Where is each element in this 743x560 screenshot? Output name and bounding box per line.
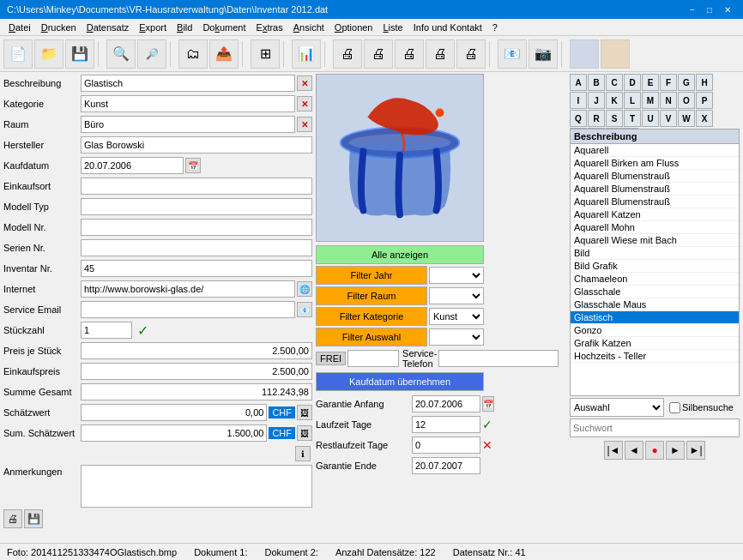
- kategorie-clear[interactable]: ✕: [297, 96, 312, 111]
- list-item[interactable]: Aquarell Birken am Fluss: [571, 157, 739, 170]
- preis-input[interactable]: [81, 342, 312, 359]
- inventar-nr-input[interactable]: [81, 260, 312, 277]
- menu-extras[interactable]: Extras: [251, 21, 288, 34]
- toolbar-folder[interactable]: 🗂: [178, 39, 208, 69]
- list-item[interactable]: Bild: [571, 247, 739, 260]
- menu-help[interactable]: ?: [487, 21, 503, 34]
- letter-O[interactable]: O: [678, 92, 695, 109]
- menu-drucken[interactable]: Drucken: [36, 21, 82, 34]
- modell-nr-input[interactable]: [81, 219, 312, 236]
- nav-next-btn[interactable]: ►: [666, 441, 685, 460]
- sum-schaetz-input[interactable]: [81, 425, 267, 442]
- beschreibung-clear[interactable]: ✕: [297, 75, 312, 91]
- letter-S[interactable]: S: [606, 110, 623, 127]
- menu-optionen[interactable]: Optionen: [329, 21, 378, 34]
- serien-nr-input[interactable]: [81, 239, 312, 256]
- einkaufsort-input[interactable]: [81, 178, 312, 195]
- close-button[interactable]: ✕: [719, 3, 736, 16]
- toolbar-sq1[interactable]: [570, 39, 599, 69]
- letter-B[interactable]: B: [588, 74, 605, 91]
- kaufdatum-uebernehmen-btn[interactable]: Kaufdatum übernehmen: [316, 372, 484, 391]
- filter-raum-btn[interactable]: Filter Raum: [316, 286, 427, 305]
- anmerkungen-input[interactable]: [81, 465, 312, 508]
- toolbar-grid[interactable]: ⊞: [251, 39, 280, 69]
- restlaufzeit-input[interactable]: [412, 437, 480, 454]
- filter-auswahl-select[interactable]: [429, 328, 484, 346]
- save-icon-btn[interactable]: 💾: [24, 509, 43, 528]
- toolbar-search2[interactable]: 🔎: [137, 39, 166, 69]
- list-item[interactable]: Aquarell Blumenstrauß: [571, 196, 739, 208]
- menu-info[interactable]: Info und Kontakt: [408, 21, 487, 34]
- filter-auswahl-btn[interactable]: Filter Auswahl: [316, 328, 427, 346]
- letter-T[interactable]: T: [624, 110, 641, 127]
- service-email-input[interactable]: [81, 301, 295, 318]
- letter-Q[interactable]: Q: [570, 110, 587, 127]
- alle-anzeigen-btn[interactable]: Alle anzeigen: [316, 245, 484, 264]
- list-item[interactable]: Chamaeleon: [571, 273, 739, 286]
- letter-E[interactable]: E: [642, 74, 659, 91]
- filter-kategorie-btn[interactable]: Filter Kategorie: [316, 307, 427, 326]
- letter-C[interactable]: C: [606, 74, 623, 91]
- nav-first-btn[interactable]: |◄: [604, 441, 623, 460]
- menu-datei[interactable]: Datei: [3, 21, 36, 34]
- letter-I[interactable]: I: [570, 92, 587, 109]
- list-item[interactable]: Aquarell Katzen: [571, 208, 739, 221]
- auswahl-select[interactable]: Auswahl: [570, 398, 664, 417]
- beschreibung-input[interactable]: [81, 75, 295, 92]
- letter-W[interactable]: W: [678, 110, 695, 127]
- list-item-selected[interactable]: Glastisch: [571, 311, 739, 324]
- list-item[interactable]: Bild Grafik: [571, 260, 739, 273]
- letter-X[interactable]: X: [696, 110, 713, 127]
- sum-schaetz-img-icon[interactable]: 🖼: [297, 425, 312, 441]
- garantie-ende-input[interactable]: [412, 457, 480, 474]
- kategorie-input[interactable]: [81, 95, 295, 112]
- toolbar-camera[interactable]: 📷: [529, 39, 558, 69]
- letter-H[interactable]: H: [696, 74, 713, 91]
- modell-typ-input[interactable]: [81, 198, 312, 215]
- print-icon-btn[interactable]: 🖨: [3, 509, 22, 528]
- menu-export[interactable]: Export: [134, 21, 172, 34]
- email-icon[interactable]: 📧: [297, 302, 312, 317]
- schaetzwert-input[interactable]: [81, 404, 267, 421]
- raum-input[interactable]: [81, 116, 295, 133]
- list-item[interactable]: Aquarell Mohn: [571, 221, 739, 234]
- schaetzwert-img-icon[interactable]: 🖼: [297, 405, 312, 420]
- einkaufspreis-input[interactable]: [81, 363, 312, 380]
- raum-clear[interactable]: ✕: [297, 117, 312, 132]
- filter-jahr-select[interactable]: [429, 267, 484, 284]
- toolbar-export[interactable]: 📤: [209, 39, 239, 69]
- filter-jahr-btn[interactable]: Filter Jahr: [316, 266, 427, 285]
- summe-input[interactable]: [81, 383, 312, 400]
- internet-input[interactable]: [81, 280, 295, 298]
- letter-K[interactable]: K: [606, 92, 623, 109]
- service-telefon-input[interactable]: [438, 350, 559, 367]
- list-item[interactable]: Aquarell Wiese mit Bach: [571, 234, 739, 247]
- menu-dokument[interactable]: Dokument: [197, 21, 251, 34]
- list-item[interactable]: Gonzo: [571, 324, 739, 337]
- stueckzahl-input[interactable]: [81, 322, 132, 339]
- letter-A[interactable]: A: [570, 74, 587, 91]
- list-item[interactable]: Glasschale Maus: [571, 298, 739, 311]
- filter-kategorie-select[interactable]: Kunst: [429, 308, 484, 325]
- list-scroll[interactable]: Aquarell Aquarell Birken am Fluss Aquare…: [571, 144, 739, 395]
- silbensuche-checkbox[interactable]: [669, 402, 680, 413]
- nav-prev-btn[interactable]: ◄: [625, 441, 643, 460]
- minimize-button[interactable]: −: [685, 3, 700, 16]
- laufzeit-input[interactable]: [412, 416, 480, 433]
- garantie-anfang-input[interactable]: [412, 395, 480, 412]
- toolbar-chart[interactable]: 📊: [292, 39, 321, 69]
- kaufdatum-calendar-icon[interactable]: 📅: [185, 158, 201, 173]
- filter-raum-select[interactable]: [429, 287, 484, 304]
- letter-R[interactable]: R: [588, 110, 605, 127]
- list-item[interactable]: Aquarell Blumenstrauß: [571, 183, 739, 196]
- letter-F[interactable]: F: [660, 74, 677, 91]
- maximize-button[interactable]: □: [702, 3, 717, 16]
- toolbar-print3[interactable]: 🖨: [395, 39, 424, 69]
- toolbar-new[interactable]: 📄: [3, 39, 33, 69]
- nav-last-btn[interactable]: ►|: [686, 441, 705, 460]
- toolbar-print2[interactable]: 🖨: [364, 39, 393, 69]
- frei-input[interactable]: [347, 350, 399, 367]
- letter-G[interactable]: G: [678, 74, 695, 91]
- letter-V[interactable]: V: [660, 110, 677, 127]
- list-item[interactable]: Hochzeits - Teller: [571, 350, 739, 363]
